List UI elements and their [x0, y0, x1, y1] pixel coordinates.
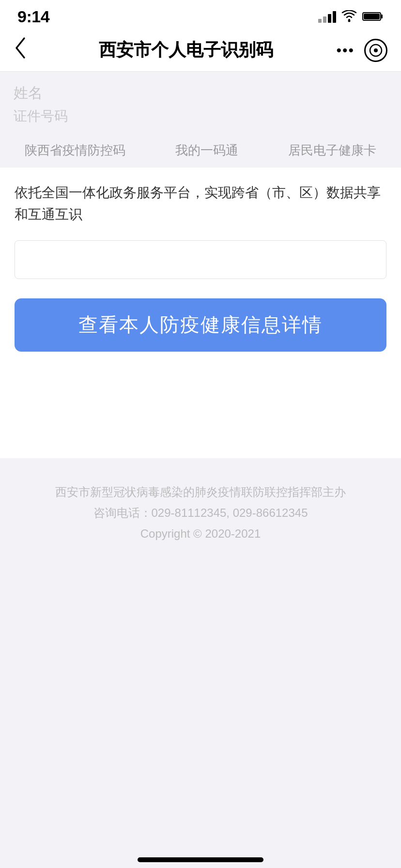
- svg-point-5: [374, 48, 378, 52]
- status-bar: 9:14: [0, 0, 401, 29]
- view-health-info-button[interactable]: 查看本人防疫健康信息详情: [15, 298, 386, 352]
- footer: 西安市新型冠状病毒感染的肺炎疫情联防联控指挥部主办 咨询电话：029-81112…: [0, 462, 401, 574]
- main-card: 依托全国一体化政务服务平台，实现跨省（市、区）数据共享和互通互识 查看本人防疫健…: [0, 168, 401, 458]
- user-id-label: 证件号码: [14, 107, 387, 125]
- tab-shaanxi[interactable]: 陕西省疫情防控码: [25, 142, 125, 159]
- signal-icon: [318, 10, 336, 23]
- health-code-input[interactable]: [15, 240, 386, 279]
- back-button[interactable]: [14, 36, 43, 64]
- user-info-section: 姓名 证件号码: [0, 72, 401, 133]
- page-title: 西安市个人电子识别码: [43, 38, 329, 62]
- nav-right-actions: •••: [329, 39, 387, 62]
- footer-line2: 咨询电话：029-81112345, 029-86612345: [10, 502, 391, 523]
- status-time: 9:14: [17, 7, 49, 26]
- wifi-icon: [341, 10, 357, 23]
- footer-line1: 西安市新型冠状病毒感染的肺炎疫情联防联控指挥部主办: [10, 481, 391, 502]
- tabs-row: 陕西省疫情防控码 我的一码通 居民电子健康卡: [0, 133, 401, 164]
- tab-yimatong[interactable]: 我的一码通: [175, 142, 238, 159]
- footer-copyright: Copyright © 2020-2021: [10, 523, 391, 544]
- status-icons: [318, 10, 384, 23]
- tab-jiankang[interactable]: 居民电子健康卡: [288, 142, 376, 159]
- svg-rect-3: [364, 14, 380, 19]
- input-area: [15, 240, 386, 279]
- card-description: 依托全国一体化政务服务平台，实现跨省（市、区）数据共享和互通互识: [15, 182, 386, 226]
- more-button[interactable]: •••: [336, 42, 355, 59]
- svg-point-0: [348, 20, 351, 22]
- home-indicator: [138, 857, 263, 862]
- scan-button[interactable]: [364, 39, 387, 62]
- battery-icon: [362, 11, 384, 22]
- nav-bar: 西安市个人电子识别码 •••: [0, 29, 401, 72]
- svg-rect-2: [381, 15, 383, 18]
- user-name-label: 姓名: [14, 83, 387, 103]
